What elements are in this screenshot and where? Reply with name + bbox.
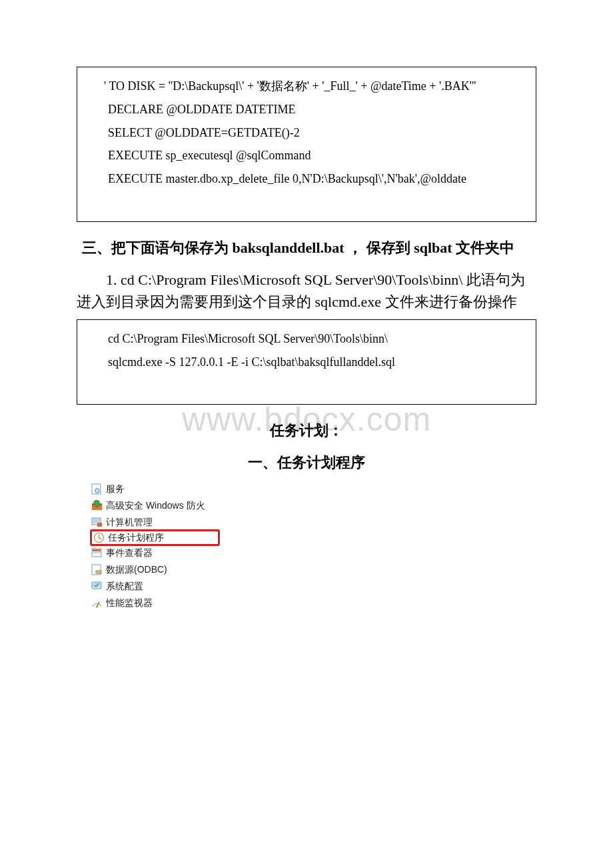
task-plan-section-1: 一、任务计划程序 (77, 453, 536, 473)
code-text: cd C:\Program Files\Microsoft SQL Server… (108, 332, 388, 345)
task-plan-label: 任务计划： (77, 421, 536, 441)
menu-item-computer-mgmt[interactable]: 计算机管理 (90, 514, 220, 531)
menu-label: 任务计划程序 (108, 532, 164, 544)
task-plan-section-text: 一、任务计划程序 (248, 454, 365, 471)
code-text: EXECUTE master.dbo.xp_delete_file 0,N'D:… (108, 172, 466, 185)
code-line: SELECT @OLDDATE=GETDATE()-2 (84, 123, 529, 143)
firewall-icon (91, 500, 103, 511)
code-line: sqlcmd.exe -S 127.0.0.1 -E -i C:\sqlbat\… (84, 353, 529, 372)
event-viewer-icon (91, 547, 103, 559)
code-box-bat: cd C:\Program Files\Microsoft SQL Server… (77, 319, 536, 405)
code-text: sqlcmd.exe -S 127.0.0.1 -E -i C:\sqlbat\… (108, 355, 395, 369)
svg-point-1 (95, 489, 99, 493)
menu-item-firewall[interactable]: 高级安全 Windows 防火 (90, 497, 220, 514)
menu-item-odbc[interactable]: 数据源(ODBC) (90, 561, 220, 578)
code-box-sql: ' TO DISK = ''D:\Backupsql\' + '数据名称' + … (77, 67, 536, 222)
menu-label: 高级安全 Windows 防火 (106, 500, 205, 512)
code-line: EXECUTE master.dbo.xp_delete_file 0,N'D:… (84, 169, 529, 189)
svg-rect-5 (93, 519, 100, 523)
menu-label: 性能监视器 (106, 597, 153, 609)
gear-document-icon (91, 483, 103, 495)
menu-label: 系统配置 (106, 581, 143, 593)
menu-item-event-viewer[interactable]: 事件查看器 (90, 545, 220, 561)
performance-icon (91, 597, 103, 609)
menu-label: 数据源(ODBC) (106, 564, 167, 576)
section-3-title: 三、把下面语句保存为 baksqlanddell.bat ， 保存到 sqlba… (82, 238, 536, 258)
menu-item-services[interactable]: 服务 (90, 481, 220, 497)
menu-item-perf-monitor[interactable]: 性能监视器 (90, 595, 220, 611)
code-line (84, 193, 529, 212)
svg-point-16 (96, 606, 98, 608)
computer-icon (91, 517, 103, 528)
section-3-body: 1. cd C:\Program Files\Microsoft SQL Ser… (77, 269, 536, 313)
admin-tools-menu: 服务 高级安全 Windows 防火 计算机管理 任务计划程序 事件查看器 数据… (90, 481, 220, 611)
code-text: ' TO DISK = ''D:\Backupsql\' + '数据名称' + … (104, 79, 476, 93)
menu-label: 事件查看器 (106, 547, 153, 559)
monitor-check-icon (91, 581, 103, 592)
code-line: DECLARE @OLDDATE DATETIME (84, 100, 529, 119)
code-text: DECLARE @OLDDATE DATETIME (108, 103, 296, 116)
body-text: 1. cd C:\Program Files\Microsoft SQL Ser… (77, 271, 525, 310)
section-title-text: 三、把下面语句保存为 baksqlanddell.bat ， 保存到 sqlba… (82, 239, 514, 256)
code-line (84, 375, 529, 395)
code-line: cd C:\Program Files\Microsoft SQL Server… (84, 329, 529, 349)
code-text: EXECUTE sp_executesql @sqlCommand (108, 149, 311, 162)
code-line: EXECUTE sp_executesql @sqlCommand (84, 146, 529, 165)
code-line: ' TO DISK = ''D:\Backupsql\' + '数据名称' + … (84, 77, 529, 96)
clock-icon (93, 532, 105, 543)
menu-item-task-scheduler[interactable]: 任务计划程序 (90, 529, 220, 546)
menu-label: 计算机管理 (106, 517, 153, 529)
task-plan-label-text: 任务计划： (270, 422, 343, 439)
svg-rect-6 (97, 523, 102, 527)
code-text: SELECT @OLDDATE=GETDATE()-2 (108, 126, 300, 139)
database-icon (91, 564, 103, 575)
svg-rect-13 (96, 571, 101, 573)
svg-rect-9 (93, 549, 101, 551)
menu-label: 服务 (106, 483, 125, 495)
svg-rect-10 (93, 552, 101, 553)
menu-item-system-config[interactable]: 系统配置 (90, 578, 220, 595)
